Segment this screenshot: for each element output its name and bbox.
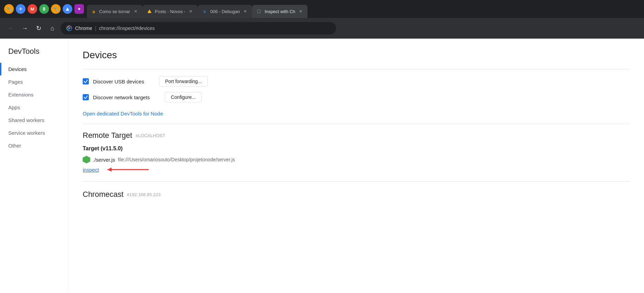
chromecast-tag: #192.168.85.223 <box>127 192 161 197</box>
checkbox-usb[interactable] <box>83 78 89 84</box>
tab-favicon-3: ≡ <box>202 9 207 14</box>
main-layout: DevTools Devices Pages Extensions Apps S… <box>0 39 644 293</box>
tab-title-2: Posts - Novos - <box>155 9 186 14</box>
toolbar-icon-6[interactable]: ▲ <box>63 4 72 14</box>
tab-title-3: 006 - Debugan <box>210 9 240 14</box>
home-button[interactable]: ⌂ <box>47 23 58 34</box>
target-filename: ./server.js <box>93 157 115 163</box>
checkbox-usb-label: Discover USB devices <box>93 79 144 84</box>
url-bar[interactable]: Chrome | chrome://inspect/#devices <box>61 22 336 34</box>
tab-bar: 🔧 ✈ M 8 🔧 ▲ ✦ a Como se tornar ✕ Posts -… <box>0 0 644 18</box>
chromecast-heading: Chromecast #192.168.85.223 <box>83 190 630 199</box>
svg-marker-0 <box>147 9 152 13</box>
forward-button[interactable]: → <box>19 23 30 34</box>
inspect-link[interactable]: inspect <box>83 167 99 173</box>
target-version: Target (v11.5.0) <box>83 145 630 152</box>
tab-favicon-4: ☐ <box>256 9 262 14</box>
svg-marker-4 <box>107 168 112 172</box>
toolbar-icon-3[interactable]: M <box>28 4 37 14</box>
tab-inspect-with-chrome[interactable]: ☐ Inspect with Ch ✕ <box>252 5 308 18</box>
svg-point-2 <box>68 27 70 29</box>
url-path: chrome://inspect/#devices <box>99 26 155 31</box>
inspect-row: inspect <box>83 165 630 174</box>
sidebar: DevTools Devices Pages Extensions Apps S… <box>0 39 69 293</box>
checkbox-row-usb: Discover USB devices Port forwarding... <box>83 76 630 87</box>
remote-target-heading: Remote Target #LOCALHOST <box>83 131 630 140</box>
checkbox-row-network: Discover network targets Configure... <box>83 92 630 102</box>
checkbox-network[interactable] <box>83 94 89 100</box>
address-bar: ← → ↻ ⌂ Chrome | chrome://inspect/#devic… <box>0 18 644 39</box>
tab-favicon-2 <box>147 9 152 14</box>
remote-target-tag: #LOCALHOST <box>136 133 165 138</box>
sidebar-title: DevTools <box>0 47 69 63</box>
port-forwarding-button[interactable]: Port forwarding... <box>159 76 208 87</box>
remote-target-title: Remote Target <box>83 131 132 140</box>
url-separator: | <box>95 26 96 31</box>
toolbar-icons: 🔧 ✈ M 8 🔧 ▲ ✦ <box>1 0 87 18</box>
chrome-icon <box>66 25 72 31</box>
sidebar-item-apps[interactable]: Apps <box>0 101 69 114</box>
sidebar-item-extensions[interactable]: Extensions <box>0 88 69 101</box>
tab-como-se-tornar[interactable]: a Como se tornar ✕ <box>87 5 143 18</box>
toolbar-icon-7[interactable]: ✦ <box>74 4 84 14</box>
refresh-button[interactable]: ↻ <box>33 23 44 34</box>
sidebar-item-other[interactable]: Other <box>0 139 69 152</box>
url-site-name: Chrome <box>75 26 92 31</box>
tab-title-4: Inspect with Ch <box>264 9 295 14</box>
sidebar-item-shared-workers[interactable]: Shared workers <box>0 114 69 127</box>
content-area: Devices Discover USB devices Port forwar… <box>69 39 644 293</box>
divider-3 <box>83 181 630 182</box>
devtools-node-link[interactable]: Open dedicated DevTools for Node <box>83 111 163 117</box>
checkbox-network-label: Discover network targets <box>93 94 150 100</box>
tab-close-3[interactable]: ✕ <box>242 9 248 14</box>
tab-posts-novos[interactable]: Posts - Novos - ✕ <box>143 5 198 18</box>
sidebar-item-pages[interactable]: Pages <box>0 75 69 88</box>
chromecast-title: Chromecast <box>83 190 124 199</box>
tab-title-1: Como se tornar <box>99 9 130 14</box>
sidebar-item-devices[interactable]: Devices <box>0 63 69 75</box>
toolbar-icon-5[interactable]: 🔧 <box>51 4 61 14</box>
node-icon <box>83 156 90 163</box>
target-row: ./server.js file:///Users/omariosouto/De… <box>83 156 630 163</box>
divider-2 <box>83 124 630 124</box>
toolbar-icon-4[interactable]: 8 <box>39 4 49 14</box>
tab-close-1[interactable]: ✕ <box>133 9 138 14</box>
tab-006-debugan[interactable]: ≡ 006 - Debugan ✕ <box>198 5 252 18</box>
toolbar-icon-1[interactable]: 🔧 <box>4 4 14 14</box>
target-filepath: file:///Users/omariosouto/Desktop/projet… <box>118 157 235 162</box>
toolbar-icon-2[interactable]: ✈ <box>16 4 25 14</box>
tab-favicon-1: a <box>91 9 96 14</box>
red-arrow <box>101 165 156 174</box>
back-button[interactable]: ← <box>6 23 17 34</box>
sidebar-item-service-workers[interactable]: Service workers <box>0 127 69 139</box>
tab-close-4[interactable]: ✕ <box>298 9 303 14</box>
divider-1 <box>83 69 630 69</box>
tab-close-2[interactable]: ✕ <box>188 9 194 14</box>
configure-button[interactable]: Configure... <box>165 92 201 102</box>
page-title: Devices <box>83 50 630 61</box>
